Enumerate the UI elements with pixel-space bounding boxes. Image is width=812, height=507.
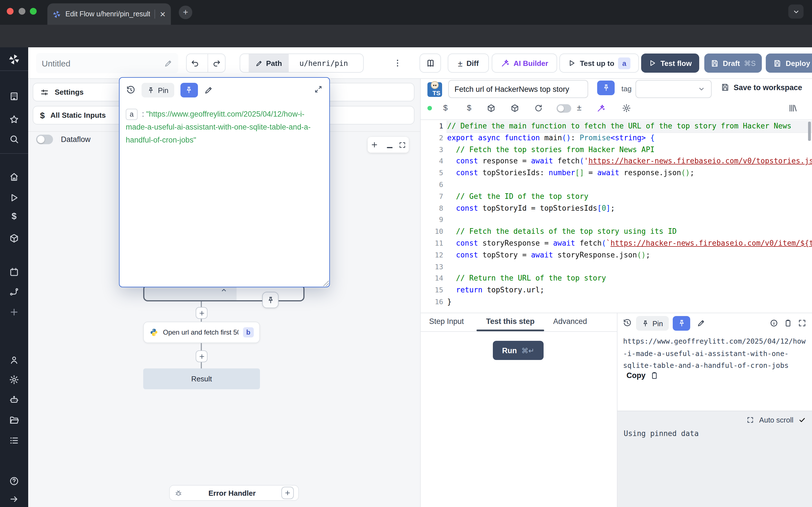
copy-button[interactable]: Copy — [626, 371, 659, 380]
sidebar-item-schedules[interactable] — [9, 267, 19, 277]
zoom-out-icon[interactable] — [385, 141, 393, 149]
zoom-in-icon[interactable] — [371, 141, 378, 149]
sidebar-item-workspace[interactable] — [9, 91, 19, 101]
sidebar-item-home[interactable] — [9, 172, 19, 182]
browser-tab[interactable]: Edit Flow u/henri/pin_results ✕ — [47, 3, 171, 25]
history-icon[interactable] — [126, 86, 135, 95]
step-summary-input[interactable]: Fetch url of HackerNews top story — [448, 80, 588, 98]
traffic-zoom-button[interactable] — [30, 8, 37, 15]
sidebar-item-folders[interactable] — [9, 415, 19, 425]
expand-icon[interactable] — [314, 85, 322, 94]
undo-button[interactable] — [187, 54, 204, 72]
sidebar-item-variables[interactable]: $ — [11, 211, 17, 221]
windmill-logo[interactable] — [8, 54, 20, 65]
run-shortcut: ⌘↵ — [521, 346, 534, 355]
settings-label: Settings — [55, 88, 84, 96]
sidebar-item-resources[interactable] — [9, 233, 19, 243]
sidebar-item-ai[interactable] — [9, 395, 19, 405]
insert-step-button[interactable] — [196, 307, 207, 319]
resources-dollar-icon[interactable]: $ — [467, 103, 471, 112]
edit-pencil-icon — [164, 59, 172, 67]
package-icon[interactable] — [487, 104, 496, 113]
code-line: } — [447, 296, 812, 308]
ai-builder-label: AI Builder — [514, 59, 548, 67]
tag-select[interactable] — [636, 80, 712, 98]
pin-button[interactable]: Pin — [142, 83, 174, 98]
tab-advanced[interactable]: Advanced — [553, 317, 587, 326]
edit-pencil-icon[interactable] — [204, 86, 213, 95]
diff-button[interactable]: ± Diff — [448, 54, 489, 73]
add-error-handler-button[interactable] — [282, 487, 294, 499]
python-icon — [149, 328, 158, 337]
expand-icon[interactable] — [747, 416, 754, 424]
flow-node-b[interactable]: Open url and fetch first 500 words of ..… — [143, 322, 260, 343]
sidebar-item-user[interactable] — [9, 355, 19, 365]
json-value: "https://www.geoffreylitt.com/2025/04/12… — [126, 110, 311, 144]
traffic-close-button[interactable] — [7, 8, 13, 15]
pin-active-button[interactable] — [181, 83, 198, 98]
ai-wand-icon[interactable] — [597, 104, 606, 113]
dataflow-toggle[interactable] — [36, 135, 53, 144]
pin-active-button[interactable] — [597, 80, 615, 95]
redo-button[interactable] — [207, 54, 225, 72]
history-icon[interactable] — [623, 319, 631, 327]
deploy-button[interactable]: Deploy — [766, 54, 812, 73]
chevron-up-icon[interactable] — [220, 286, 228, 294]
pinned-data-popup: Pin a : "https://www.geoffreylitt.com/20… — [119, 77, 330, 287]
browser-tabstrip: Edit Flow u/henri/pin_results ✕ + — [0, 0, 812, 25]
editor-toggle[interactable] — [557, 104, 571, 113]
sidebar-item-runs[interactable] — [9, 193, 19, 203]
tab-close-icon[interactable]: ✕ — [160, 10, 166, 18]
insert-step-button[interactable] — [196, 350, 207, 362]
expand-icon[interactable] — [798, 319, 806, 327]
variables-icon[interactable]: $ — [443, 103, 448, 112]
sidebar-item-favorites[interactable] — [9, 114, 19, 124]
new-tab-button[interactable]: + — [179, 6, 192, 19]
test-flow-button[interactable]: Test flow — [641, 54, 699, 73]
path-button[interactable]: Path u/henri/pin — [240, 54, 364, 73]
sidebar-collapse-icon[interactable] — [9, 494, 19, 504]
static-inputs-label: All Static Inputs — [50, 111, 106, 119]
tab-search-button[interactable] — [788, 4, 804, 18]
run-button[interactable]: Run ⌘↵ — [493, 341, 544, 360]
line-number: 5 — [421, 167, 443, 179]
draft-button[interactable]: Draft ⌘S — [704, 54, 762, 73]
clipboard-icon[interactable] — [784, 319, 792, 327]
flow-result-node[interactable]: Result — [143, 369, 260, 389]
autoscroll-row[interactable]: Auto scroll — [747, 416, 806, 424]
ai-builder-button[interactable]: AI Builder — [492, 54, 557, 73]
code-line: const storyResponse = await fetch(`https… — [447, 238, 812, 249]
package-icon[interactable] — [510, 104, 519, 113]
pin-active-button[interactable] — [673, 316, 690, 331]
traffic-minimize-button[interactable] — [18, 8, 26, 15]
json-key[interactable]: a — [126, 109, 138, 120]
line-number: 3 — [421, 144, 443, 156]
sidebar-item-search[interactable] — [9, 134, 19, 144]
sidebar-item-settings[interactable] — [9, 375, 19, 385]
info-icon[interactable] — [770, 319, 778, 327]
diff-icon[interactable]: ± — [577, 103, 581, 112]
tab-step-input[interactable]: Step Input — [429, 317, 464, 326]
fit-view-icon[interactable] — [398, 141, 406, 149]
tab-test-this-step[interactable]: Test this step — [486, 317, 535, 326]
sidebar-item-routes[interactable] — [9, 287, 19, 297]
gear-icon[interactable] — [622, 104, 631, 113]
docs-button[interactable] — [419, 54, 441, 73]
save-to-workspace-button[interactable]: Save to workspace — [721, 83, 802, 92]
editor-scrollbar[interactable] — [808, 122, 811, 141]
node-pin-badge[interactable] — [262, 292, 278, 308]
more-options-icon[interactable] — [393, 57, 403, 69]
error-handler-node[interactable]: Error Handler — [169, 485, 299, 501]
sidebar-item-add[interactable] — [9, 307, 19, 317]
pin-button[interactable]: Pin — [636, 316, 669, 331]
tag-label: tag — [621, 84, 631, 93]
library-icon[interactable] — [788, 104, 797, 113]
resize-handle[interactable] — [323, 281, 329, 286]
sidebar-item-help[interactable] — [9, 476, 19, 486]
flow-name-input[interactable]: Untitled — [36, 53, 178, 73]
reset-icon[interactable] — [534, 104, 543, 113]
code-editor[interactable]: 12345678910111213141516 // Define the ma… — [421, 121, 812, 313]
sidebar-item-audit-logs[interactable] — [9, 436, 19, 446]
edit-pencil-icon[interactable] — [697, 319, 705, 327]
test-up-to-button[interactable]: Test up to a — [559, 54, 639, 73]
